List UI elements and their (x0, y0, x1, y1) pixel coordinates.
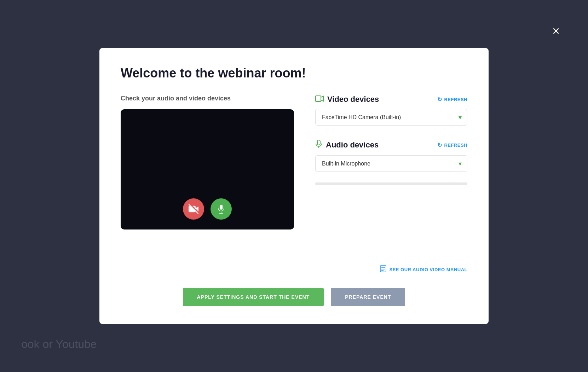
audio-device-select[interactable]: Built-in Microphone No microphone (315, 155, 467, 172)
video-refresh-icon: ↻ (437, 96, 442, 103)
audio-video-manual-link[interactable]: SEE OUR AUDIO VIDEO MANUAL (380, 265, 467, 274)
audio-refresh-button[interactable]: ↻ REFRESH (437, 142, 467, 149)
video-refresh-button[interactable]: ↻ REFRESH (437, 96, 467, 103)
svg-marker-5 (321, 96, 323, 101)
video-icon-svg (315, 95, 324, 102)
modal-body: Check your audio and video devices (121, 95, 467, 274)
video-section-label: Video devices (327, 95, 379, 104)
video-device-icon (315, 95, 324, 104)
audio-level-bar (315, 182, 467, 185)
audio-device-select-wrapper: Built-in Microphone No microphone ▾ (315, 155, 467, 172)
microphone-icon (216, 204, 226, 214)
prepare-event-button[interactable]: PREPARE EVENT (331, 288, 405, 306)
microphone-icon-svg (315, 140, 322, 148)
video-section-header: Video devices ↻ REFRESH (315, 95, 467, 104)
audio-refresh-icon: ↻ (437, 142, 442, 149)
audio-refresh-label: REFRESH (444, 143, 467, 148)
modal-container: Welcome to the webinar room! Check your … (99, 48, 489, 324)
modal-footer: APPLY SETTINGS AND START THE EVENT PREPA… (121, 288, 467, 306)
svg-rect-4 (316, 96, 321, 101)
right-column: Video devices ↻ REFRESH FaceTime HD Came… (315, 95, 467, 274)
video-device-select[interactable]: FaceTime HD Camera (Built-in) No camera (315, 109, 467, 126)
left-column: Check your audio and video devices (121, 95, 294, 274)
camera-toggle-button[interactable] (183, 198, 204, 220)
document-icon-svg (380, 265, 386, 272)
video-device-select-wrapper: FaceTime HD Camera (Built-in) No camera … (315, 109, 467, 126)
video-controls (183, 198, 232, 220)
close-button[interactable]: × (552, 25, 560, 37)
svg-rect-1 (220, 205, 223, 209)
svg-rect-9 (380, 266, 386, 272)
apply-settings-button[interactable]: APPLY SETTINGS AND START THE EVENT (183, 288, 324, 306)
microphone-toggle-button[interactable] (211, 198, 232, 220)
svg-rect-6 (317, 140, 320, 145)
video-refresh-label: REFRESH (444, 97, 467, 102)
audio-section-label: Audio devices (326, 140, 379, 150)
video-section-title: Video devices (315, 95, 379, 104)
modal-title: Welcome to the webinar room! (121, 66, 467, 81)
manual-document-icon (380, 265, 386, 274)
check-devices-label: Check your audio and video devices (121, 95, 294, 102)
video-preview (121, 109, 294, 229)
audio-device-icon (315, 140, 322, 150)
audio-section-header: Audio devices ↻ REFRESH (315, 140, 467, 150)
camera-off-icon (189, 204, 198, 214)
background-text: ook or Youtube (21, 338, 97, 351)
audio-section-title: Audio devices (315, 140, 379, 150)
audio-section: Audio devices ↻ REFRESH Built-in Microph… (315, 140, 467, 196)
manual-link-label: SEE OUR AUDIO VIDEO MANUAL (389, 267, 467, 272)
